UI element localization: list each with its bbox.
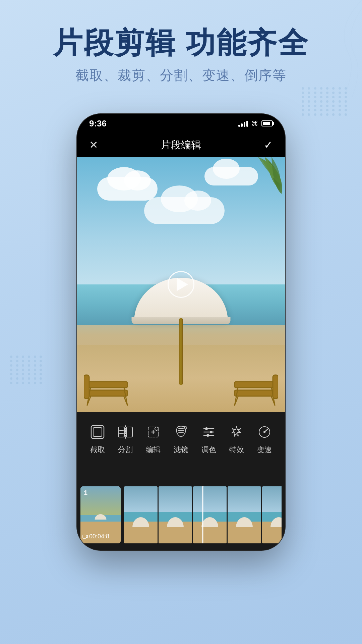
sub-title: 截取、裁剪、分割、变速、倒序等 — [20, 66, 342, 85]
clip-duration: 00:04:8 — [82, 533, 109, 540]
strip-frame-3 — [193, 486, 227, 543]
bottom-toolbar: 截取 分割 — [77, 413, 285, 550]
play-icon — [177, 278, 188, 291]
tool-filter-label: 滤镜 — [174, 445, 188, 455]
color-icon — [200, 424, 217, 440]
tool-edit[interactable]: 编辑 — [139, 423, 167, 455]
status-time: 9:36 — [89, 118, 107, 129]
svg-point-22 — [155, 427, 158, 430]
video-strip[interactable] — [124, 486, 282, 543]
speed-icon — [256, 424, 273, 440]
svg-point-27 — [210, 431, 212, 433]
dots-pattern-top-right: // Will be rendered via JS below — [302, 87, 349, 121]
tool-effect-label: 特效 — [229, 445, 244, 455]
cloud-3 — [144, 197, 225, 224]
svg-rect-7 — [235, 382, 275, 388]
tool-edit-label: 编辑 — [146, 445, 161, 455]
tool-effect[interactable]: 特效 — [223, 423, 250, 455]
tool-speed[interactable]: 变速 — [250, 423, 278, 455]
strip-frame-5 — [262, 486, 282, 543]
split-icon — [117, 424, 134, 440]
beach-chair-right — [225, 372, 278, 409]
phone-shell: 9:36 ⌘ ✕ 片段编辑 ✓ — [77, 114, 285, 550]
playhead[interactable] — [202, 486, 203, 543]
svg-rect-6 — [84, 375, 89, 398]
strip-frame-1 — [124, 486, 158, 543]
video-camera-icon — [82, 534, 88, 539]
phone-mockup: 9:36 ⌘ ✕ 片段编辑 ✓ — [77, 114, 285, 550]
clip-icon — [89, 424, 106, 440]
clip-number: 1 — [84, 489, 87, 497]
status-icons: ⌘ — [238, 119, 273, 127]
tools-row: 截取 分割 — [77, 413, 285, 458]
wifi-icon: ⌘ — [251, 119, 258, 127]
svg-rect-1 — [87, 390, 127, 396]
close-button[interactable]: ✕ — [89, 139, 98, 151]
battery-icon — [261, 120, 273, 126]
tool-split[interactable]: 分割 — [112, 423, 139, 455]
effect-icon — [228, 424, 245, 440]
play-button[interactable] — [168, 271, 194, 298]
svg-rect-8 — [235, 390, 275, 396]
status-bar: 9:36 ⌘ — [77, 114, 285, 133]
svg-point-25 — [205, 428, 207, 430]
tool-split-label: 分割 — [118, 445, 133, 455]
beach-chair-left — [84, 372, 137, 409]
cloud-1 — [97, 177, 158, 201]
tool-clip-label: 截取 — [90, 445, 105, 455]
strip-frame-4 — [228, 486, 261, 543]
app-header-title: 片段编辑 — [161, 138, 201, 152]
tool-speed-label: 变速 — [257, 445, 272, 455]
svg-point-29 — [207, 434, 209, 436]
filter-icon — [173, 424, 189, 440]
strip-frame-2 — [159, 486, 192, 543]
umbrella-pole — [179, 318, 183, 385]
dots-pattern-bottom-left — [10, 356, 44, 396]
tool-clip[interactable]: 截取 — [84, 423, 112, 455]
header-section: 片段剪辑 功能齐全 截取、裁剪、分割、变速、倒序等 — [0, 27, 362, 85]
palm-tree-icon — [225, 157, 285, 231]
tool-filter[interactable]: 滤镜 — [167, 423, 195, 455]
video-preview[interactable] — [77, 157, 285, 412]
clip-thumbnail[interactable]: × 1 00:04:8 — [80, 486, 121, 543]
svg-point-31 — [264, 431, 265, 433]
tool-color-label: 调色 — [201, 445, 216, 455]
svg-rect-32 — [83, 535, 86, 538]
svg-rect-15 — [93, 428, 102, 436]
svg-rect-13 — [273, 375, 278, 398]
app-header: ✕ 片段编辑 ✓ — [77, 133, 285, 157]
main-title: 片段剪辑 功能齐全 — [20, 27, 342, 59]
svg-rect-16 — [118, 427, 124, 437]
edit-icon — [145, 424, 162, 440]
confirm-button[interactable]: ✓ — [264, 139, 273, 151]
timeline-area[interactable]: × 1 00:04:8 — [77, 480, 285, 550]
signal-icon — [238, 120, 248, 127]
svg-rect-18 — [126, 427, 132, 437]
svg-rect-0 — [87, 382, 127, 388]
tool-color[interactable]: 调色 — [195, 423, 223, 455]
